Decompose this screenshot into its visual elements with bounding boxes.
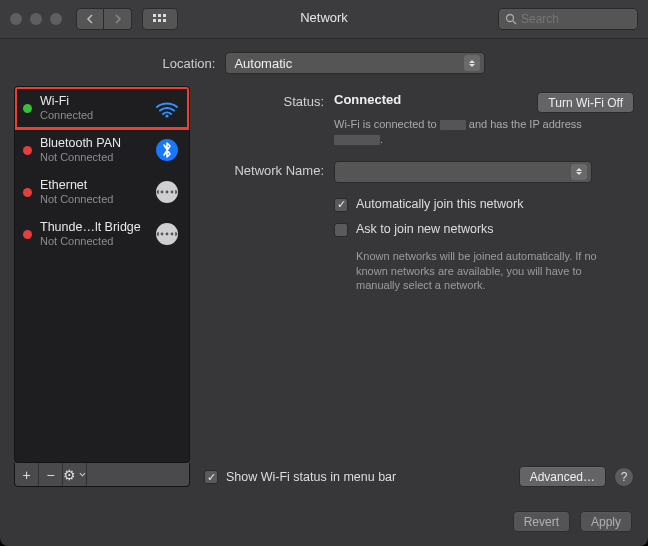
chevron-down-icon bbox=[79, 472, 86, 477]
network-prefs-window: Network Location: Automatic Wi-Fi Connec… bbox=[0, 0, 648, 546]
bluetooth-icon bbox=[153, 136, 181, 164]
minimize-window-button[interactable] bbox=[30, 13, 42, 25]
redacted-ssid bbox=[440, 120, 466, 130]
svg-point-12 bbox=[166, 191, 169, 194]
location-select[interactable]: Automatic bbox=[225, 52, 485, 74]
status-dot-connected-icon bbox=[23, 104, 32, 113]
status-dot-disconnected-icon bbox=[23, 188, 32, 197]
ask-join-checkbox[interactable] bbox=[334, 223, 348, 237]
ask-join-label: Ask to join new networks bbox=[356, 222, 494, 237]
svg-rect-0 bbox=[153, 14, 156, 17]
svg-rect-2 bbox=[163, 14, 166, 17]
status-value: Connected bbox=[334, 92, 401, 107]
svg-rect-5 bbox=[163, 19, 166, 22]
search-input[interactable] bbox=[521, 12, 631, 26]
forward-button[interactable] bbox=[104, 8, 132, 30]
back-button[interactable] bbox=[76, 8, 104, 30]
add-service-button[interactable]: + bbox=[15, 463, 39, 486]
turn-wifi-off-button[interactable]: Turn Wi-Fi Off bbox=[537, 92, 634, 113]
svg-point-11 bbox=[161, 191, 164, 194]
show-menubar-label: Show Wi-Fi status in menu bar bbox=[226, 470, 396, 484]
updown-caret-icon bbox=[464, 55, 480, 71]
status-label: Status: bbox=[204, 92, 334, 147]
ethernet-icon bbox=[153, 178, 181, 206]
location-label: Location: bbox=[163, 56, 216, 71]
service-status: Connected bbox=[40, 109, 145, 122]
wifi-icon bbox=[153, 94, 181, 122]
service-status: Not Connected bbox=[40, 235, 145, 248]
titlebar: Network bbox=[0, 0, 648, 38]
remove-service-button[interactable]: − bbox=[39, 463, 63, 486]
auto-join-checkbox[interactable] bbox=[334, 198, 348, 212]
status-dot-disconnected-icon bbox=[23, 146, 32, 155]
location-value: Automatic bbox=[234, 56, 292, 71]
nav-segment bbox=[76, 8, 132, 30]
service-list-footer: + − ⚙︎ bbox=[14, 463, 190, 487]
show-menubar-checkbox[interactable] bbox=[204, 470, 218, 484]
close-window-button[interactable] bbox=[10, 13, 22, 25]
service-action-menu[interactable]: ⚙︎ bbox=[63, 463, 87, 486]
minus-icon: − bbox=[46, 467, 54, 483]
plus-icon: + bbox=[22, 467, 30, 483]
search-icon bbox=[505, 13, 517, 25]
zoom-window-button[interactable] bbox=[50, 13, 62, 25]
svg-rect-4 bbox=[158, 19, 161, 22]
svg-point-17 bbox=[171, 233, 174, 236]
auto-join-label: Automatically join this network bbox=[356, 197, 523, 211]
network-name-label: Network Name: bbox=[204, 161, 334, 183]
service-name: Ethernet bbox=[40, 178, 145, 192]
svg-point-8 bbox=[165, 114, 168, 117]
service-item-thunderbolt-bridge[interactable]: Thunde…lt Bridge Not Connected bbox=[15, 213, 189, 255]
svg-point-15 bbox=[161, 233, 164, 236]
show-all-button[interactable] bbox=[142, 8, 178, 30]
revert-button[interactable]: Revert bbox=[513, 511, 570, 532]
service-item-ethernet[interactable]: Ethernet Not Connected bbox=[15, 171, 189, 213]
service-status: Not Connected bbox=[40, 193, 145, 206]
content: Wi-Fi Connected Bluetooth PAN Not Connec… bbox=[0, 74, 648, 501]
service-list: Wi-Fi Connected Bluetooth PAN Not Connec… bbox=[14, 86, 190, 463]
service-sidebar: Wi-Fi Connected Bluetooth PAN Not Connec… bbox=[14, 86, 190, 487]
svg-point-13 bbox=[171, 191, 174, 194]
service-item-bluetooth-pan[interactable]: Bluetooth PAN Not Connected bbox=[15, 129, 189, 171]
window-controls bbox=[10, 13, 62, 25]
svg-rect-3 bbox=[153, 19, 156, 22]
apply-button[interactable]: Apply bbox=[580, 511, 632, 532]
svg-point-16 bbox=[166, 233, 169, 236]
search-field[interactable] bbox=[498, 8, 638, 30]
gear-icon: ⚙︎ bbox=[63, 467, 76, 483]
service-status: Not Connected bbox=[40, 151, 145, 164]
service-name: Bluetooth PAN bbox=[40, 136, 145, 150]
svg-point-6 bbox=[507, 15, 514, 22]
window-footer: Revert Apply bbox=[0, 501, 648, 546]
location-row: Location: Automatic bbox=[0, 52, 648, 74]
network-name-select[interactable] bbox=[334, 161, 592, 183]
service-item-wifi[interactable]: Wi-Fi Connected bbox=[15, 87, 189, 129]
ask-join-help: Known networks will be joined automatica… bbox=[356, 249, 626, 294]
help-button[interactable]: ? bbox=[614, 467, 634, 487]
status-dot-disconnected-icon bbox=[23, 230, 32, 239]
detail-pane: Status: Connected Turn Wi-Fi Off Wi-Fi i… bbox=[204, 86, 634, 487]
service-name: Thunde…lt Bridge bbox=[40, 220, 145, 234]
svg-rect-1 bbox=[158, 14, 161, 17]
redacted-ip bbox=[334, 135, 380, 145]
thunderbolt-bridge-icon bbox=[153, 220, 181, 248]
service-name: Wi-Fi bbox=[40, 94, 145, 108]
advanced-button[interactable]: Advanced… bbox=[519, 466, 606, 487]
status-description: Wi-Fi is connected to and has the IP add… bbox=[334, 117, 614, 147]
updown-caret-icon bbox=[571, 164, 587, 180]
svg-line-7 bbox=[513, 21, 516, 24]
